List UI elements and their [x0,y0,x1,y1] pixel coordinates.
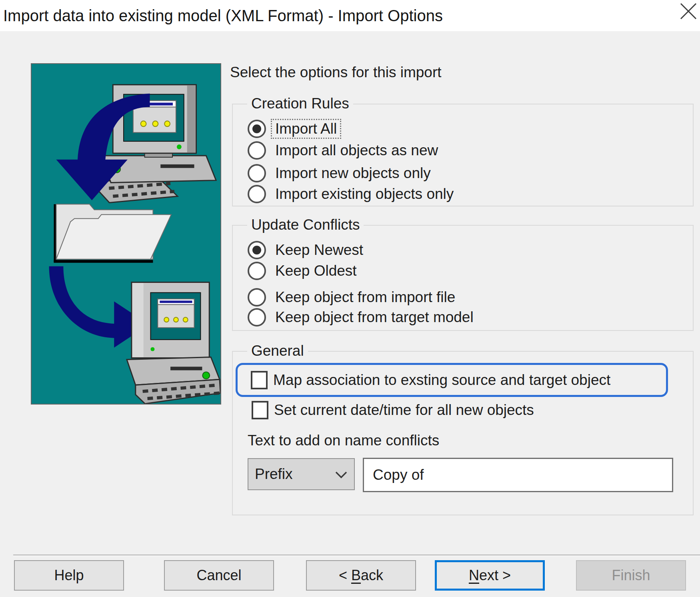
button-label: < Back [339,567,383,584]
radio-circle[interactable] [248,164,266,182]
chevron-down-icon [335,466,348,483]
button-label: Finish [612,567,650,584]
radio-label[interactable]: Keep object from target model [271,307,478,327]
radio-circle[interactable] [248,308,266,327]
dialog-title: Import data into existing model (XML For… [3,0,443,31]
import-wizard-graphic [31,63,221,405]
update-conflicts-group: Update Conflicts Keep Newest Keep Oldest… [232,225,694,331]
radio-label[interactable]: Import All [271,119,341,139]
button-label: Cancel [196,567,241,584]
finish-button[interactable]: Finish [576,560,686,591]
set-datetime-row[interactable]: Set current date/time for all new object… [252,401,534,420]
radio-label[interactable]: Import all objects as new [271,140,442,160]
affix-dropdown-value: Prefix [255,466,293,483]
creation-rules-legend: Creation Rules [247,95,353,112]
button-label: Next > [469,567,511,584]
cancel-button[interactable]: Cancel [164,560,274,591]
radio-circle[interactable] [248,141,266,160]
help-button[interactable]: Help [14,560,124,591]
general-group: General Map association to exsting sourc… [232,351,694,515]
radio-label[interactable]: Keep object from import file [271,287,460,307]
radio-keep-oldest[interactable]: Keep Oldest [248,261,361,280]
set-datetime-checkbox[interactable] [252,401,268,419]
target-computer-icon [127,282,220,404]
radio-circle[interactable] [248,241,266,259]
affix-dropdown[interactable]: Prefix [248,458,355,490]
intro-text: Select the options for this import [230,64,442,81]
radio-label[interactable]: Keep Newest [271,240,368,260]
map-association-checkbox[interactable] [251,371,268,389]
radio-keep-newest[interactable]: Keep Newest [248,240,368,260]
next-button[interactable]: Next > [435,560,545,591]
radio-circle[interactable] [248,262,266,280]
checkbox-label[interactable]: Set current date/time for all new object… [274,402,534,419]
radio-circle[interactable] [248,120,266,138]
name-conflicts-label: Text to add on name conflicts [248,432,439,449]
radio-label[interactable]: Keep Oldest [271,261,361,281]
radio-keep-import-file[interactable]: Keep object from import file [248,288,460,307]
close-button[interactable] [679,1,700,23]
general-legend: General [247,343,308,359]
close-icon [679,2,698,22]
radio-keep-target-model[interactable]: Keep object from target model [248,308,478,327]
radio-label[interactable]: Import existing objects only [271,184,458,204]
titlebar: Import data into existing model (XML For… [0,0,700,31]
back-button[interactable]: < Back [306,560,416,591]
conflict-text-input[interactable] [363,458,673,492]
radio-import-all[interactable]: Import All [248,119,341,138]
checkbox-label[interactable]: Map association to exsting source and ta… [273,372,610,389]
radio-import-new-only[interactable]: Import new objects only [248,164,435,183]
radio-label[interactable]: Import new objects only [271,163,435,183]
import-options-dialog: Import data into existing model (XML For… [0,0,700,597]
radio-circle[interactable] [248,288,266,307]
map-association-highlight: Map association to exsting source and ta… [236,363,668,397]
creation-rules-group: Creation Rules Import All Import all obj… [232,104,694,206]
radio-import-all-as-new[interactable]: Import all objects as new [248,141,442,160]
radio-circle[interactable] [248,185,266,203]
update-conflicts-legend: Update Conflicts [247,216,364,233]
radio-import-existing-only[interactable]: Import existing objects only [248,184,458,204]
divider [13,555,700,556]
button-label: Help [54,567,84,584]
